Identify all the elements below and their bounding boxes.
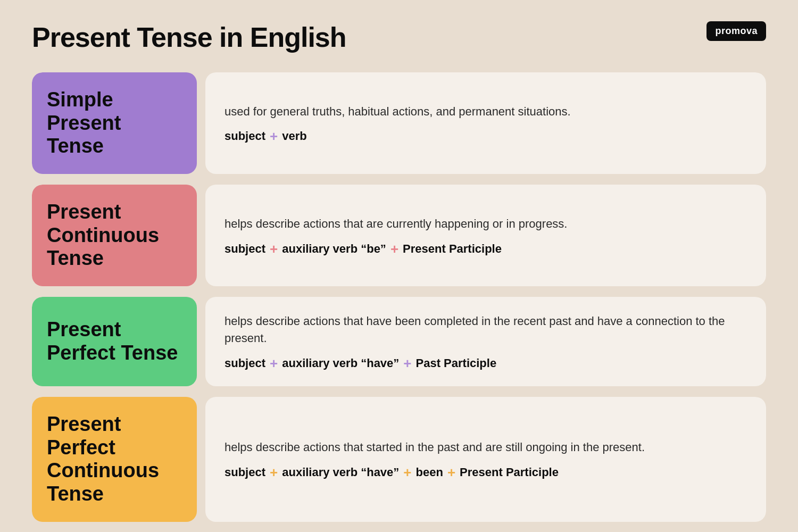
formula-plus-1: + — [270, 466, 278, 479]
formula-plus-2: + — [403, 356, 411, 370]
formula-aux-have: auxiliary verb “have” — [282, 356, 399, 370]
card-present-perfect-continuous-description: helps describe actions that started in t… — [225, 439, 747, 456]
formula-past-participle: Past Participle — [416, 356, 497, 370]
formula-plus-1: + — [270, 356, 278, 370]
card-present-perfect-description: helps describe actions that have been co… — [225, 313, 747, 347]
formula-aux-have: auxiliary verb “have” — [282, 466, 399, 479]
formula-plus-2: + — [390, 242, 398, 256]
formula-subject: subject — [225, 129, 265, 143]
card-simple-present-content: used for general truths, habitual action… — [205, 72, 766, 174]
card-present-perfect-continuous-content: helps describe actions that started in t… — [205, 397, 766, 522]
formula-plus-3: + — [447, 466, 455, 479]
card-present-perfect-continuous-formula: subject + auxiliary verb “have” + been +… — [225, 466, 747, 479]
formula-aux-be: auxiliary verb “be” — [282, 242, 386, 256]
card-simple-present: Simple Present Tense used for general tr… — [32, 72, 766, 174]
formula-subject: subject — [225, 466, 265, 479]
formula-plus-1: + — [270, 129, 278, 143]
card-present-perfect-continuous-label: Present Perfect Continuous Tense — [32, 397, 197, 522]
card-present-perfect-formula: subject + auxiliary verb “have” + Past P… — [225, 356, 747, 370]
cards-container: Simple Present Tense used for general tr… — [32, 72, 766, 522]
formula-plus-1: + — [270, 242, 278, 256]
card-present-perfect-label: Present Perfect Tense — [32, 297, 197, 386]
formula-been: been — [416, 466, 443, 479]
formula-plus-2: + — [403, 466, 411, 479]
card-present-continuous-formula: subject + auxiliary verb “be” + Present … — [225, 242, 747, 256]
promova-logo: promova — [706, 21, 766, 41]
formula-present-participle: Present Participle — [460, 466, 559, 479]
card-present-continuous-label: Present Continuous Tense — [32, 185, 197, 286]
formula-subject: subject — [225, 356, 265, 370]
formula-subject: subject — [225, 242, 265, 256]
card-present-perfect-content: helps describe actions that have been co… — [205, 297, 766, 386]
card-present-continuous-content: helps describe actions that are currentl… — [205, 185, 766, 286]
formula-present-participle: Present Participle — [403, 242, 502, 256]
card-simple-present-formula: subject + verb — [225, 129, 747, 143]
card-simple-present-description: used for general truths, habitual action… — [225, 103, 747, 120]
card-present-perfect-continuous: Present Perfect Continuous Tense helps d… — [32, 397, 766, 522]
page-title: Present Tense in English — [32, 21, 766, 53]
card-present-perfect: Present Perfect Tense helps describe act… — [32, 297, 766, 386]
formula-verb: verb — [282, 129, 306, 143]
card-present-continuous-description: helps describe actions that are currentl… — [225, 215, 747, 232]
card-simple-present-label: Simple Present Tense — [32, 72, 197, 174]
card-present-continuous: Present Continuous Tense helps describe … — [32, 185, 766, 286]
